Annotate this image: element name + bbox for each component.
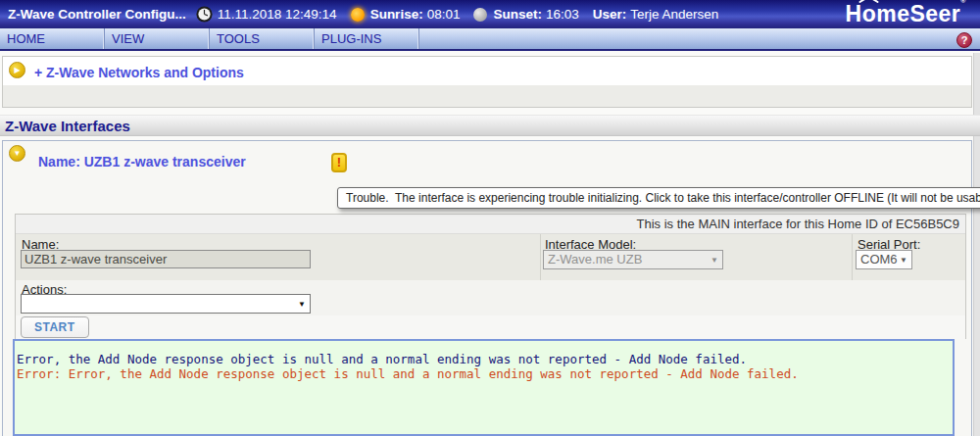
sunset-label: Sunset: [493, 7, 542, 22]
serial-port-select[interactable]: COM6 [856, 250, 912, 269]
interfaces-header: Z-Wave Interfaces [0, 115, 980, 136]
trouble-warning-icon[interactable]: ! [331, 153, 347, 172]
menu-item-tools[interactable]: TOOLS [210, 28, 315, 49]
sunrise-label: Sunrise: [370, 7, 423, 22]
datetime: 11.11.2018 12:49:14 [218, 7, 337, 22]
menu-item-plugins[interactable]: PLUG-INS [315, 28, 419, 49]
trouble-tooltip: Trouble. The interface is experiencing t… [337, 187, 980, 209]
sunrise-icon [351, 8, 365, 22]
serial-port-value: COM6 [860, 252, 898, 266]
log-line: Error, the Add Node response object is n… [17, 352, 951, 366]
expand-networks-icon[interactable]: ▶ [9, 62, 25, 78]
start-area: START [16, 315, 965, 340]
sunrise-time: 08:01 [427, 7, 461, 22]
actions-select[interactable] [21, 294, 311, 314]
menubar: HOME VIEW TOOLS PLUG-INS [0, 28, 980, 51]
interface-section: ▼ Name: UZB1 z-wave transceiver ! Troubl… [2, 140, 972, 436]
name-input[interactable] [21, 250, 311, 268]
sunset-icon [473, 8, 487, 22]
collapse-interface-icon[interactable]: ▼ [9, 145, 25, 162]
roof-icon [858, 0, 879, 3]
actions-area: Actions: [16, 280, 965, 315]
interface-model-select[interactable]: Z-Wave.me UZB [543, 250, 723, 269]
clock-icon [196, 6, 213, 23]
column-separator [540, 234, 541, 280]
user-label: User: [593, 7, 627, 22]
column-separator [852, 234, 853, 280]
page-title: Z-Wave Controller Configu... [8, 7, 186, 22]
sunset-time: 16:03 [546, 7, 579, 22]
interface-name-title[interactable]: Name: UZB1 z-wave transceiver [38, 154, 246, 170]
user-name: Terje Andersen [630, 7, 718, 22]
start-button[interactable]: START [21, 316, 89, 338]
scrollbar-track[interactable] [973, 53, 980, 436]
status-log: Error, the Add Node response object is n… [13, 339, 955, 436]
help-icon[interactable]: ? [956, 32, 972, 48]
networks-section: ▶ + Z-Wave Networks and Options [2, 56, 972, 108]
networks-section-title[interactable]: + Z-Wave Networks and Options [34, 65, 244, 80]
titlebar: Z-Wave Controller Configu... 11.11.2018 … [0, 0, 980, 28]
menu-item-view[interactable]: VIEW [105, 28, 210, 49]
fields-row: Name: Interface Model: Z-Wave.me UZB Ser… [16, 234, 965, 280]
homeseer-logo: HomeSeer® [846, 1, 972, 27]
interface-model-value: Z-Wave.me UZB [548, 252, 642, 266]
menu-item-home[interactable]: HOME [0, 28, 105, 49]
log-line: Error: Error, the Add Node response obje… [17, 366, 951, 381]
interface-table: This is the MAIN interface for this Home… [15, 214, 966, 339]
main-interface-info: This is the MAIN interface for this Home… [16, 215, 965, 234]
networks-section-footer [3, 85, 971, 107]
